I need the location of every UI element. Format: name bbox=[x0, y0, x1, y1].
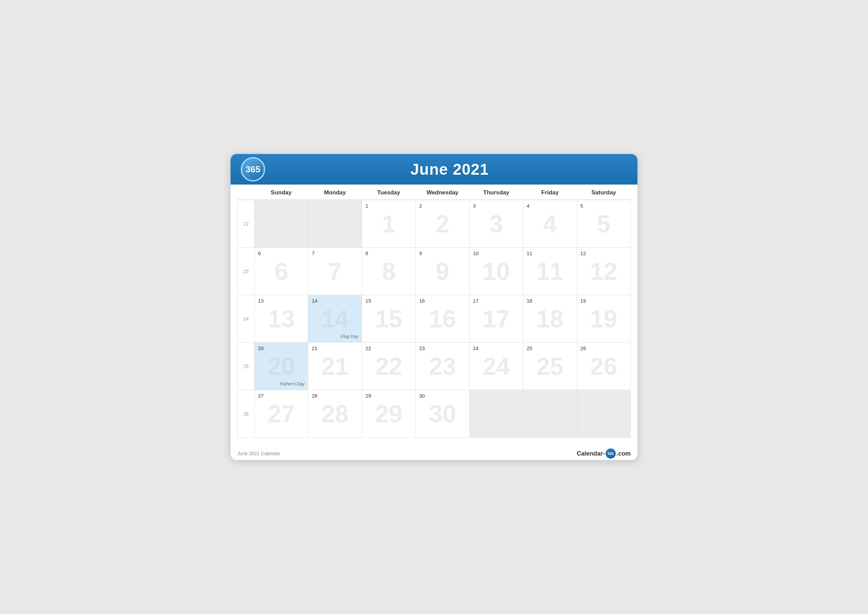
cell-date: 8 bbox=[366, 250, 412, 256]
cell-date: 1 bbox=[366, 203, 412, 208]
cell-watermark: 8 bbox=[382, 258, 396, 285]
cell-holiday: Flag Day bbox=[341, 334, 358, 339]
cell-date: 3 bbox=[473, 203, 519, 208]
calendar-cell-2[interactable]: 22 bbox=[416, 200, 469, 248]
cell-date: 2 bbox=[419, 203, 465, 208]
calendar-cell-7[interactable]: 77 bbox=[308, 248, 362, 295]
cell-watermark: 17 bbox=[482, 305, 510, 333]
day-header-monday: Monday bbox=[308, 185, 362, 199]
cell-watermark: 9 bbox=[436, 258, 449, 285]
footer-logo: Calendar- 365 .com bbox=[577, 448, 631, 459]
cell-watermark: 15 bbox=[375, 305, 403, 333]
cell-date: 5 bbox=[580, 203, 627, 208]
week-number-25: 25 bbox=[238, 343, 255, 390]
cell-date: 11 bbox=[527, 250, 573, 256]
calendar-cell-empty[interactable] bbox=[470, 390, 523, 438]
calendar-cell-14[interactable]: 1414Flag Day bbox=[308, 295, 362, 343]
week-number-24: 24 bbox=[238, 295, 255, 343]
cell-date: 14 bbox=[312, 298, 358, 304]
cell-watermark: 3 bbox=[489, 210, 503, 238]
cell-watermark: 11 bbox=[536, 258, 564, 285]
cell-watermark: 5 bbox=[597, 210, 610, 238]
calendar-cell-5[interactable]: 55 bbox=[577, 200, 631, 248]
cell-date: 17 bbox=[473, 298, 519, 304]
calendar-cell-23[interactable]: 2323 bbox=[416, 343, 469, 390]
calendar-cell-10[interactable]: 1010 bbox=[470, 248, 523, 295]
cell-watermark: 16 bbox=[429, 305, 456, 333]
calendar-cell-4[interactable]: 44 bbox=[523, 200, 577, 248]
calendar-cell-13[interactable]: 1313 bbox=[255, 295, 308, 343]
cell-date: 6 bbox=[258, 250, 304, 256]
cell-watermark: 1 bbox=[382, 210, 396, 238]
cell-holiday: Father's Day bbox=[280, 381, 304, 386]
calendar-cell-12[interactable]: 1212 bbox=[577, 248, 631, 295]
cell-watermark: 7 bbox=[328, 258, 342, 285]
calendar-cell-empty[interactable] bbox=[308, 200, 362, 248]
calendar-cell-9[interactable]: 99 bbox=[416, 248, 469, 295]
calendar-cell-15[interactable]: 1515 bbox=[362, 295, 416, 343]
cell-watermark: 6 bbox=[274, 258, 288, 285]
cell-date: 28 bbox=[312, 393, 358, 399]
footer-logo-num: 365 bbox=[606, 448, 616, 459]
cell-date: 22 bbox=[366, 345, 412, 351]
calendar-cell-1[interactable]: 11 bbox=[362, 200, 416, 248]
calendar-cell-18[interactable]: 1818 bbox=[523, 295, 577, 343]
calendar-cell-20[interactable]: 2020Father's Day bbox=[255, 343, 308, 390]
cell-watermark: 18 bbox=[536, 305, 564, 333]
cell-watermark: 10 bbox=[482, 258, 510, 285]
cell-watermark: 29 bbox=[375, 400, 403, 428]
cell-date: 7 bbox=[312, 250, 358, 256]
cell-watermark: 26 bbox=[590, 353, 617, 380]
cell-date: 18 bbox=[527, 298, 573, 304]
calendar-cell-8[interactable]: 88 bbox=[362, 248, 416, 295]
cell-watermark: 21 bbox=[321, 353, 349, 380]
cell-date: 16 bbox=[419, 298, 465, 304]
week-number-26: 26 bbox=[238, 390, 255, 438]
week-num-header bbox=[237, 185, 254, 199]
calendar-cell-empty[interactable] bbox=[577, 390, 631, 438]
cell-date: 26 bbox=[580, 345, 627, 351]
cell-date: 23 bbox=[419, 345, 465, 351]
calendar-cell-30[interactable]: 3030 bbox=[416, 390, 469, 438]
calendar-cell-26[interactable]: 2626 bbox=[577, 343, 631, 390]
calendar-cell-29[interactable]: 2929 bbox=[362, 390, 416, 438]
calendar-cell-16[interactable]: 1616 bbox=[416, 295, 469, 343]
cell-watermark: 12 bbox=[590, 258, 617, 285]
calendar-cell-22[interactable]: 2222 bbox=[362, 343, 416, 390]
cell-date: 20 bbox=[258, 345, 304, 351]
cell-watermark: 27 bbox=[268, 400, 295, 428]
footer-logo-suffix: .com bbox=[617, 450, 631, 457]
calendar-cell-3[interactable]: 33 bbox=[470, 200, 523, 248]
calendar-container: 365 June 2021 SundayMondayTuesdayWednesd… bbox=[231, 154, 637, 460]
calendar-cell-17[interactable]: 1717 bbox=[470, 295, 523, 343]
cell-date: 12 bbox=[580, 250, 627, 256]
cell-date: 10 bbox=[473, 250, 519, 256]
cell-date: 30 bbox=[419, 393, 465, 399]
cell-date: 13 bbox=[258, 298, 304, 304]
footer: June 2021 Calendar Calendar- 365 .com bbox=[231, 445, 637, 460]
calendar-title: June 2021 bbox=[272, 160, 627, 179]
calendar-grid: 2211223344552366778899101011111212241313… bbox=[237, 200, 631, 438]
cell-watermark: 28 bbox=[321, 400, 349, 428]
calendar-cell-empty[interactable] bbox=[255, 200, 308, 248]
calendar-cell-11[interactable]: 1111 bbox=[523, 248, 577, 295]
week-number-23: 23 bbox=[238, 248, 255, 295]
day-header-wednesday: Wednesday bbox=[416, 185, 470, 199]
calendar-cell-6[interactable]: 66 bbox=[255, 248, 308, 295]
calendar-cell-27[interactable]: 2727 bbox=[255, 390, 308, 438]
calendar-cell-19[interactable]: 1919 bbox=[577, 295, 631, 343]
cell-watermark: 2 bbox=[436, 210, 449, 238]
calendar-cell-empty[interactable] bbox=[523, 390, 577, 438]
cell-date: 19 bbox=[580, 298, 627, 304]
calendar-cell-25[interactable]: 2525 bbox=[523, 343, 577, 390]
cell-watermark: 14 bbox=[321, 305, 349, 333]
cell-watermark: 4 bbox=[543, 210, 557, 238]
cell-date: 27 bbox=[258, 393, 304, 399]
day-header-saturday: Saturday bbox=[577, 185, 631, 199]
calendar-cell-28[interactable]: 2828 bbox=[308, 390, 362, 438]
calendar-cell-21[interactable]: 2121 bbox=[308, 343, 362, 390]
cell-watermark: 13 bbox=[268, 305, 295, 333]
cell-date: 9 bbox=[419, 250, 465, 256]
calendar-cell-24[interactable]: 2424 bbox=[470, 343, 523, 390]
cell-watermark: 30 bbox=[429, 400, 456, 428]
